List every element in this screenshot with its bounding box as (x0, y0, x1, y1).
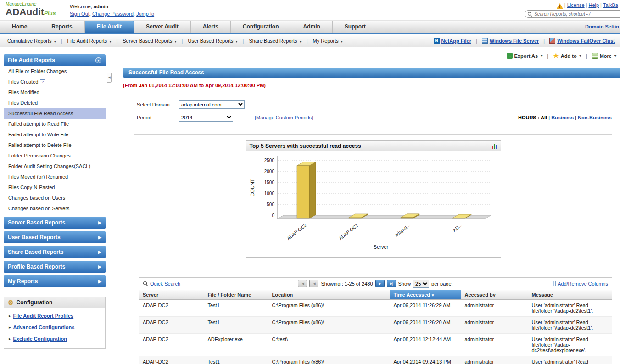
logo-suffix-text: Plus (44, 10, 56, 17)
quicklink-windows-failover-clust[interactable]: Windows FailOver Clust (548, 38, 616, 44)
warning-icon[interactable]: ! (557, 3, 563, 9)
next-page-button[interactable]: ▶ (375, 280, 385, 287)
column-header-location[interactable]: Location (268, 290, 390, 300)
tab-file-audit[interactable]: File Audit (85, 21, 134, 33)
table-cell: C:\test\ (268, 334, 390, 356)
showing-label: Showing : (321, 281, 343, 286)
sidebar-section-profile-based-reports[interactable]: Profile Based Reports▶ (4, 261, 106, 273)
tab-support[interactable]: Support (333, 21, 378, 33)
tab-reports[interactable]: Reports (39, 21, 84, 33)
config-link-file-audit-report-profiles[interactable]: ▸File Audit Report Profiles (9, 313, 101, 319)
bullet-icon: ▸ (9, 336, 11, 342)
menu-server-based-reports[interactable]: Server Based Reports ▾ (119, 38, 180, 44)
add-to-button[interactable]: ★ Add to ▾ (553, 53, 581, 59)
hours-non-business[interactable]: Non-Business (578, 115, 612, 120)
table-row[interactable]: ADAP-DC2ADExplorer.exeC:\test\Apr 08,201… (139, 334, 612, 356)
sidebar-item-changes-based-on-users[interactable]: Changes based on Users (4, 193, 106, 203)
collapse-panel-icon[interactable]: ▼ (95, 57, 101, 63)
sidebar-header[interactable]: File Audit Reports ▼ (4, 54, 106, 66)
chart-type-icon[interactable] (492, 143, 497, 149)
page-size-select[interactable]: 25 (413, 280, 429, 288)
tab-configuration[interactable]: Configuration (231, 21, 291, 33)
prev-page-button[interactable]: ◀ (309, 280, 318, 287)
search-input[interactable] (534, 11, 618, 17)
last-page-button[interactable]: ▶| (387, 280, 396, 287)
tab-server-audit[interactable]: Server Audit (134, 21, 191, 33)
utility-link-talkba[interactable]: TalkBa (603, 2, 618, 8)
sidebar-item-folder-audit-setting-changes-sacl[interactable]: Folder Audit Setting Changes(SACL) (4, 161, 106, 172)
sidebar-item-files-deleted[interactable]: Files Deleted (4, 98, 106, 108)
help-icon[interactable]: ? (40, 79, 45, 84)
column-header-file-folder-name[interactable]: File / Folder Name (204, 290, 268, 300)
sidebar-item-failed-attempt-to-write-file[interactable]: Failed attempt to Write File (4, 129, 106, 140)
column-header-accessed-by[interactable]: Accessed by (461, 290, 528, 300)
session-link-sign-out[interactable]: Sign Out (70, 11, 89, 17)
showing-range: 1-25 of 2480 (345, 281, 373, 286)
column-header-server[interactable]: Server (139, 290, 204, 300)
quick-search-link[interactable]: Quick Search (143, 281, 180, 286)
table-cell: User 'administrator' Read file/folder '\… (528, 300, 612, 317)
sidebar-item-files-modified[interactable]: Files Modified (4, 87, 106, 98)
sidebar-item-all-file-or-folder-changes[interactable]: All File or Folder Changes (4, 66, 106, 77)
manage-custom-periods-link[interactable]: [Manage Custom Periods] (255, 115, 313, 120)
logo-product-line: ADAuditPlus (6, 7, 56, 17)
menu-file-audit-reports[interactable]: File Audit Reports ▾ (64, 38, 115, 44)
domain-settings-link[interactable]: Domain Settin (585, 24, 619, 29)
first-page-button[interactable]: |◀ (298, 280, 307, 287)
sidebar-item-files-created[interactable]: Files Created? (4, 77, 106, 87)
period-select[interactable]: 2014 (179, 113, 233, 122)
config-link-advanced-configurations[interactable]: ▸Advanced Configurations (9, 325, 101, 330)
table-row[interactable]: ADAP-DC2Test1C:\Program Files (x86)\Apr … (139, 300, 612, 317)
sidebar-item-failed-attempt-to-read-file[interactable]: Failed attempt to Read File (4, 119, 106, 129)
chevron-right-icon: ▶ (98, 261, 101, 273)
sidebar-item-failed-attempt-to-delete-file[interactable]: Failed attempt to Delete File (4, 140, 106, 151)
sidebar-item-folder-permission-changes[interactable]: Folder Permission Changes (4, 151, 106, 161)
session-link-change-password[interactable]: Change Password (92, 11, 134, 17)
table-cell: C:\Program Files (x86)\ (268, 356, 390, 364)
table-cell: Apr 08,2014 12:12:44 AM (390, 334, 461, 356)
menu-share-based-reports[interactable]: Share Based Reports ▾ (245, 38, 305, 44)
session-link-jump-to[interactable]: Jump to (136, 11, 154, 17)
global-search[interactable] (525, 10, 620, 18)
sidebar-item-files-moved-or-renamed[interactable]: Files Moved (or) Renamed (4, 172, 106, 182)
quicklink-netapp-filer[interactable]: NNetApp Filer (432, 38, 473, 44)
sidebar-section-user-based-reports[interactable]: User Based Reports▶ (4, 231, 106, 243)
tab-home[interactable]: Home (0, 21, 39, 33)
chevron-right-icon: ▶ (98, 217, 101, 229)
chevron-down-icon: ▾ (54, 39, 56, 44)
menu-user-based-reports[interactable]: User Based Reports ▾ (184, 38, 241, 44)
column-header-message[interactable]: Message (528, 290, 612, 300)
report-actions: → Export As ▾ | ★ Add to ▾ | More ▾ (507, 53, 616, 59)
table-cell: Apr 09,2014 11:26:20 AM (390, 317, 461, 334)
sidebar-section-my-reports[interactable]: My Reports▶ (4, 275, 106, 287)
chevron-down-icon: ▾ (109, 39, 111, 44)
search-icon (143, 281, 148, 286)
table-body: ADAP-DC2Test1C:\Program Files (x86)\Apr … (139, 300, 612, 364)
tab-admin[interactable]: Admin (291, 21, 333, 33)
quicklink-windows-file-server[interactable]: Windows File Server (480, 38, 541, 44)
sidebar-section-share-based-reports[interactable]: Share Based Reports▶ (4, 246, 106, 258)
menu-my-reports[interactable]: My Reports ▾ (309, 38, 346, 44)
hours-business[interactable]: Business (551, 115, 574, 120)
config-link-exclude-configuration[interactable]: ▸Exclude Configuration (9, 336, 101, 342)
column-header-time-accessed[interactable]: Time Accessed▾ (390, 290, 461, 300)
svg-text:adap-d...: adap-d... (393, 223, 411, 238)
table-row[interactable]: ADAP-DC2Test1C:\Program Files (x86)\Apr … (139, 356, 612, 364)
chevron-down-icon: ▾ (580, 54, 581, 58)
table-row[interactable]: ADAP-DC2Test1C:\Program Files (x86)\Apr … (139, 317, 612, 334)
hours-prefix: HOURS : All (518, 115, 547, 120)
sidebar-item-changes-based-on-servers[interactable]: Changes based on Servers (4, 203, 106, 214)
sidebar-section-server-based-reports[interactable]: Server Based Reports▶ (4, 217, 106, 229)
utility-link-help[interactable]: Help (588, 2, 599, 8)
more-button[interactable]: More ▾ (592, 53, 616, 59)
utility-link-license[interactable]: License (567, 2, 585, 8)
domain-select[interactable]: adap.internal.com (179, 100, 245, 109)
tab-alerts[interactable]: Alerts (191, 21, 231, 33)
add-remove-columns-link[interactable]: Add/Remove Columns (550, 281, 608, 286)
export-as-button[interactable]: → Export As ▾ (507, 53, 543, 59)
menu-cumulative-reports[interactable]: Cumulative Reports ▾ (4, 38, 60, 44)
sidebar-item-successful-file-read-access[interactable]: Successful File Read Access (4, 108, 106, 119)
sidebar-item-files-copy-n-pasted[interactable]: Files Copy-N-Pasted (4, 182, 106, 193)
windows-file-server-icon (482, 38, 488, 44)
sidebar-divider (107, 47, 107, 364)
